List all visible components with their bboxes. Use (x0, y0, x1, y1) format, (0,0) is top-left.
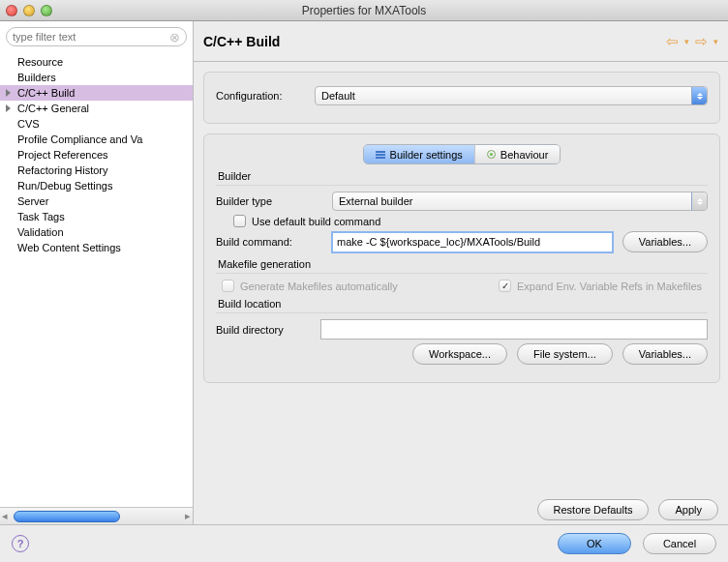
generate-makefiles-label: Generate Makefiles automatically (240, 281, 398, 292)
tree-item-resource[interactable]: Resource (0, 54, 193, 70)
configuration-label: Configuration: (216, 90, 305, 102)
tree-item-validation[interactable]: Validation (0, 224, 193, 240)
dropdown-arrow-icon (691, 87, 707, 104)
tree-item-label: Validation (17, 226, 64, 238)
ok-button[interactable]: OK (558, 533, 631, 554)
builder-settings-icon (376, 151, 385, 159)
filesystem-button[interactable]: File system... (517, 343, 613, 365)
tree-item-profile-compliance-and-va[interactable]: Profile Compliance and Va (0, 132, 193, 147)
tree-item-task-tags[interactable]: Task Tags (0, 209, 193, 224)
tab-segment: Builder settings Behaviour (363, 144, 561, 164)
use-default-build-label: Use default build command (252, 216, 380, 227)
build-command-label: Build command: (216, 236, 322, 248)
disclosure-icon[interactable] (6, 104, 11, 112)
window-titlebar: Properties for MXATools (0, 0, 728, 21)
back-menu-icon[interactable]: ▾ (684, 37, 689, 46)
scroll-right-icon[interactable]: ▸ (185, 510, 191, 522)
workspace-button[interactable]: Workspace... (412, 343, 507, 365)
tree-item-label: Project References (17, 149, 108, 161)
apply-button[interactable]: Apply (658, 499, 718, 520)
use-default-build-checkbox[interactable]: Use default build command (233, 215, 380, 227)
traffic-lights (6, 5, 52, 16)
nav-arrows: ⇦▾ ⇨▾ (666, 33, 718, 50)
builder-type-value: External builder (339, 195, 412, 207)
tree-item-label: CVS (17, 118, 40, 130)
disclosure-icon[interactable] (6, 89, 11, 97)
filter-input[interactable] (13, 31, 169, 43)
tree-item-c-c-general[interactable]: C/C++ General (0, 101, 193, 116)
configuration-group: Configuration: Default (203, 72, 720, 124)
makefile-heading: Makefile generation (216, 258, 708, 270)
build-location-heading: Build location (216, 298, 708, 310)
tree-item-label: Web Content Settings (17, 242, 121, 253)
checkbox-icon (222, 280, 234, 292)
tab-behaviour[interactable]: Behaviour (475, 145, 561, 163)
scroll-left-icon[interactable]: ◂ (2, 510, 8, 522)
filter-field[interactable]: ⊗ (6, 27, 187, 46)
dropdown-arrow-icon (691, 192, 707, 210)
tree-item-label: Task Tags (17, 211, 65, 222)
clear-icon[interactable]: ⊗ (169, 30, 180, 44)
builder-type-dropdown[interactable]: External builder (332, 192, 708, 211)
tree-item-label: Run/Debug Settings (17, 180, 112, 192)
location-variables-button[interactable]: Variables... (622, 343, 708, 365)
expand-env-checkbox: Expand Env. Variable Refs in Makefiles (499, 280, 702, 292)
scrollbar-thumb[interactable] (14, 511, 120, 522)
close-icon[interactable] (6, 5, 17, 16)
tab-behaviour-label: Behaviour (500, 149, 549, 161)
builder-type-label: Builder type (216, 195, 322, 207)
build-command-input[interactable] (332, 232, 613, 252)
builder-group: Builder settings Behaviour Builder Build… (203, 133, 720, 383)
builder-heading: Builder (216, 170, 708, 182)
forward-menu-icon[interactable]: ▾ (713, 37, 718, 46)
variables-button[interactable]: Variables... (622, 231, 708, 252)
tree-item-run-debug-settings[interactable]: Run/Debug Settings (0, 178, 193, 193)
checkbox-icon (233, 215, 246, 227)
configuration-value: Default (321, 90, 355, 102)
window-title: Properties for MXATools (0, 4, 728, 17)
tab-builder-settings[interactable]: Builder settings (364, 145, 475, 163)
sidebar: ⊗ ResourceBuildersC/C++ BuildC/C++ Gener… (0, 21, 194, 524)
page-title: C/C++ Build (203, 34, 280, 49)
behaviour-icon (487, 150, 496, 159)
tree-item-cvs[interactable]: CVS (0, 116, 193, 132)
category-tree[interactable]: ResourceBuildersC/C++ BuildC/C++ General… (0, 52, 193, 507)
tab-builder-settings-label: Builder settings (390, 149, 463, 161)
checkbox-checked-icon (499, 280, 511, 292)
minimize-icon[interactable] (23, 5, 35, 16)
tree-item-label: C/C++ General (17, 103, 89, 114)
tree-item-refactoring-history[interactable]: Refactoring History (0, 163, 193, 178)
tree-item-project-references[interactable]: Project References (0, 147, 193, 163)
build-directory-input[interactable] (320, 319, 708, 340)
tree-item-label: Resource (17, 56, 63, 68)
tree-item-label: Profile Compliance and Va (17, 133, 142, 145)
horizontal-scrollbar[interactable]: ◂ ▸ (0, 507, 193, 524)
build-directory-label: Build directory (216, 324, 311, 336)
tree-item-label: Refactoring History (17, 164, 108, 176)
configuration-dropdown[interactable]: Default (315, 86, 708, 105)
expand-env-label: Expand Env. Variable Refs in Makefiles (517, 281, 702, 292)
tree-item-c-c-build[interactable]: C/C++ Build (0, 85, 193, 101)
tree-item-label: Builders (17, 72, 56, 83)
generate-makefiles-checkbox: Generate Makefiles automatically (222, 280, 398, 292)
tree-item-web-content-settings[interactable]: Web Content Settings (0, 240, 193, 255)
zoom-icon[interactable] (41, 5, 52, 16)
tree-item-label: C/C++ Build (17, 87, 75, 99)
help-icon[interactable]: ? (12, 535, 29, 552)
tree-item-label: Server (17, 195, 48, 207)
restore-defaults-button[interactable]: Restore Defaults (537, 499, 650, 520)
cancel-button[interactable]: Cancel (643, 533, 716, 554)
tree-item-builders[interactable]: Builders (0, 70, 193, 85)
back-icon[interactable]: ⇦ (666, 33, 679, 50)
forward-icon[interactable]: ⇨ (695, 33, 708, 50)
tree-item-server[interactable]: Server (0, 193, 193, 209)
